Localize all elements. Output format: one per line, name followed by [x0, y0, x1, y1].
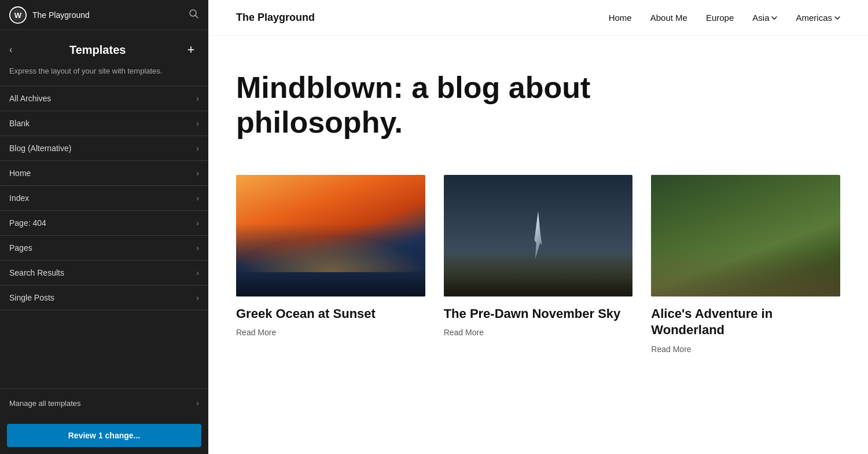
back-icon: ‹ — [9, 45, 12, 55]
nav-link-about-me[interactable]: About Me — [650, 13, 687, 23]
manage-all-templates-button[interactable]: Manage all templates › — [0, 389, 208, 417]
template-list: All Archives › Blank › Blog (Alternative… — [0, 86, 208, 389]
template-item-pages[interactable]: Pages › — [0, 236, 208, 261]
card-read-more-2[interactable]: Read More — [444, 328, 633, 337]
sidebar-description: Express the layout of your site with tem… — [0, 61, 208, 86]
card-image-3 — [651, 175, 840, 296]
chevron-icon: › — [196, 119, 199, 128]
chevron-icon: › — [196, 268, 199, 277]
template-item-all-archives[interactable]: All Archives › — [0, 86, 208, 111]
template-item-label: Index — [9, 193, 29, 203]
card-1: Greek Ocean at Sunset Read More — [236, 175, 425, 354]
review-changes-button[interactable]: Review 1 change... — [7, 424, 201, 447]
card-read-more-1[interactable]: Read More — [236, 328, 425, 337]
chevron-icon: › — [196, 193, 199, 203]
manage-templates-label: Manage all templates — [9, 399, 81, 408]
template-item-blog-alternative[interactable]: Blog (Alternative) › — [0, 136, 208, 161]
svg-text:W: W — [14, 10, 22, 19]
site-preview: The Playground Home About Me Europe Asia… — [208, 0, 868, 454]
sidebar: W The Playground ‹ Templates + Express t… — [0, 0, 208, 454]
template-item-label: Pages — [9, 243, 32, 252]
site-name: The Playground — [32, 10, 183, 20]
template-item-label: Page: 404 — [9, 218, 46, 228]
hero-section: Mindblown: a blog about philosophy. — [208, 36, 868, 163]
dropdown-arrow-icon — [771, 16, 777, 20]
template-item-single-posts[interactable]: Single Posts › — [0, 285, 208, 310]
template-item-index[interactable]: Index › — [0, 186, 208, 211]
add-template-button[interactable]: + — [183, 42, 199, 58]
hero-title: Mindblown: a blog about philosophy. — [236, 71, 641, 140]
chevron-icon: › — [196, 293, 199, 302]
sidebar-title: Templates — [69, 43, 126, 57]
back-button[interactable]: ‹ — [9, 45, 12, 55]
template-item-label: Search Results — [9, 268, 64, 277]
template-item-search-results[interactable]: Search Results › — [0, 261, 208, 285]
chevron-icon: › — [196, 94, 199, 103]
card-3: Alice's Adventure in Wonderland Read Mor… — [651, 175, 840, 354]
chevron-icon: › — [196, 398, 199, 408]
chevron-icon: › — [196, 169, 199, 178]
card-title-3: Alice's Adventure in Wonderland — [651, 306, 840, 339]
template-item-blank[interactable]: Blank › — [0, 111, 208, 136]
chevron-icon: › — [196, 218, 199, 228]
search-icon[interactable] — [189, 9, 199, 21]
sidebar-header: ‹ Templates + — [0, 30, 208, 61]
template-item-label: Blog (Alternative) — [9, 144, 71, 153]
template-item-label: Blank — [9, 119, 30, 128]
card-image-2 — [444, 175, 633, 296]
site-nav: The Playground Home About Me Europe Asia… — [208, 0, 868, 36]
nav-links: Home About Me Europe Asia Americas — [609, 13, 840, 23]
sidebar-topbar: W The Playground — [0, 0, 208, 30]
template-item-home[interactable]: Home › — [0, 161, 208, 186]
template-item-page-404[interactable]: Page: 404 › — [0, 211, 208, 236]
card-title-1: Greek Ocean at Sunset — [236, 306, 425, 323]
nav-link-europe[interactable]: Europe — [706, 13, 734, 23]
nav-link-home[interactable]: Home — [609, 13, 632, 23]
chevron-icon: › — [196, 144, 199, 153]
nav-link-asia[interactable]: Asia — [752, 13, 777, 23]
sidebar-footer: Manage all templates › Review 1 change..… — [0, 389, 208, 454]
chevron-icon: › — [196, 243, 199, 252]
wordpress-logo: W — [9, 6, 27, 24]
site-logo: The Playground — [236, 12, 315, 24]
card-2: The Pre-Dawn November Sky Read More — [444, 175, 633, 354]
nav-link-americas[interactable]: Americas — [796, 13, 840, 23]
template-item-label: All Archives — [9, 94, 51, 103]
template-item-label: Home — [9, 169, 31, 178]
card-read-more-3[interactable]: Read More — [651, 345, 840, 354]
svg-line-4 — [196, 15, 198, 18]
card-image-1 — [236, 175, 425, 296]
template-item-label: Single Posts — [9, 293, 54, 302]
card-title-2: The Pre-Dawn November Sky — [444, 306, 633, 323]
dropdown-arrow-icon — [834, 16, 840, 20]
cards-grid: Greek Ocean at Sunset Read More The Pre-… — [208, 163, 868, 377]
